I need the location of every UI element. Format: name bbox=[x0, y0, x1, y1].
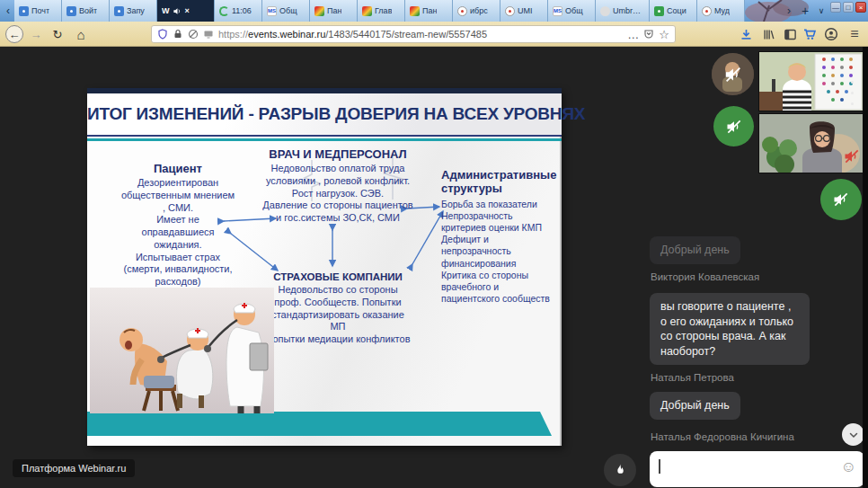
colorful-site-icon bbox=[362, 6, 372, 16]
navigation-toolbar: ← → ↻ ⌂ https://events.webinar.ru/1483/5… bbox=[0, 22, 868, 47]
tab-webinar-login[interactable]: Войт bbox=[62, 0, 110, 22]
patient-heading: Пациент bbox=[120, 162, 236, 175]
chat-author: Виктория Ковалевская bbox=[651, 271, 759, 282]
unmute-button-2[interactable] bbox=[820, 179, 862, 220]
tab-webinar-start[interactable]: Запу bbox=[110, 0, 157, 22]
text-cursor bbox=[659, 459, 660, 474]
camera-icon bbox=[66, 6, 76, 16]
autoplay-blocked-icon[interactable] bbox=[188, 29, 199, 40]
tab-scroll-left-button[interactable]: ‹ bbox=[1, 4, 15, 18]
video-thumbnail-1[interactable] bbox=[758, 51, 864, 111]
title-underline-teal bbox=[87, 138, 562, 141]
home-button[interactable]: ⌂ bbox=[72, 25, 90, 43]
tab-social[interactable]: Соци bbox=[650, 0, 697, 22]
slide-block-insurance: СТРАХОВЫЕ КОМПАНИИ Недовольство со сторо… bbox=[265, 271, 411, 346]
download-icon[interactable] bbox=[737, 25, 755, 43]
sidebar-toggle-icon[interactable] bbox=[781, 25, 799, 43]
reactions-flame-button[interactable] bbox=[604, 454, 636, 486]
tab-ms-doc-1[interactable]: MSОбщ bbox=[262, 0, 310, 22]
slide-block-doctor: ВРАЧ И МЕДПЕРСОНАЛ Недовольство оплатой … bbox=[261, 147, 415, 225]
chat-message-bubble: Добрый день bbox=[650, 392, 740, 420]
tracking-shield-icon[interactable] bbox=[157, 29, 168, 40]
admin-heading: Административные структуры bbox=[441, 169, 556, 196]
reload-button[interactable]: ↻ bbox=[49, 25, 66, 43]
webinar-page: ИТОГ ИЗМЕНЕНИЙ - РАЗРЫВ ДОВЕРИЯ НА ВСЕХ … bbox=[0, 47, 868, 488]
right-edge-strip bbox=[863, 47, 868, 488]
page-actions-icon[interactable]: … bbox=[627, 28, 639, 41]
tab-moodle[interactable]: Муд bbox=[697, 0, 745, 22]
generic-site-icon bbox=[600, 6, 610, 16]
webinar-favicon: W bbox=[162, 6, 170, 15]
unmute-button-1[interactable] bbox=[713, 106, 754, 146]
mail-icon bbox=[19, 6, 29, 16]
video-frame-speaker bbox=[759, 52, 864, 111]
loading-spinner-icon bbox=[219, 6, 229, 16]
tab-mail[interactable]: Почт bbox=[14, 0, 62, 22]
tab-timer[interactable]: 11:06 bbox=[215, 0, 262, 22]
ms-office-icon: MS bbox=[267, 6, 277, 16]
browser-window: ‹ Почт Войт Запу W × 11:06 MSОбщ Пан Гла… bbox=[0, 0, 868, 488]
moodle-icon bbox=[702, 6, 712, 16]
chat-current-user-name: Наталья Федоровна Кичигина bbox=[651, 431, 794, 442]
ms-office-icon: MS bbox=[553, 6, 562, 16]
tab-ms-doc-2[interactable]: MSОбщ bbox=[548, 0, 596, 22]
muted-speaker-icon-red bbox=[843, 147, 861, 165]
tab-audio-icon[interactable] bbox=[173, 6, 182, 16]
tab-ibrs[interactable]: ибрс bbox=[453, 0, 500, 22]
url-text[interactable]: https://events.webinar.ru/1483/5440175/s… bbox=[218, 29, 623, 40]
tab-scroll-right-button[interactable]: › bbox=[782, 4, 796, 18]
lock-icon[interactable] bbox=[173, 29, 183, 40]
slide-title-bar: ИТОГ ИЗМЕНЕНИЙ - РАЗРЫВ ДОВЕРИЯ НА ВСЕХ … bbox=[87, 88, 562, 135]
slide-title: ИТОГ ИЗМЕНЕНИЙ - РАЗРЫВ ДОВЕРИЯ НА ВСЕХ … bbox=[87, 104, 562, 124]
colorful-site-icon bbox=[314, 6, 324, 16]
muted-speaker-icon bbox=[725, 118, 743, 136]
doctor-heading: ВРАЧ И МЕДПЕРСОНАЛ bbox=[261, 147, 415, 161]
chat-message-bubble: вы говорите о пациенте , о его ожиданиях… bbox=[650, 293, 810, 365]
video-menu-dots-icon[interactable] bbox=[851, 81, 854, 113]
tab-panel-2[interactable]: Пан bbox=[405, 0, 453, 22]
library-icon[interactable] bbox=[759, 25, 777, 43]
camera-icon bbox=[114, 6, 124, 16]
flame-icon bbox=[613, 463, 627, 477]
muted-speaker-icon bbox=[723, 65, 743, 84]
window-close-button[interactable]: × bbox=[855, 2, 866, 13]
address-bar[interactable]: https://events.webinar.ru/1483/5440175/s… bbox=[151, 25, 676, 43]
cart-extension-icon[interactable] bbox=[801, 25, 819, 43]
insurance-heading: СТРАХОВЫЕ КОМПАНИИ bbox=[265, 271, 411, 282]
chat-message-bubble: Добрый день bbox=[650, 236, 740, 264]
tab-umi[interactable]: UMI bbox=[500, 0, 548, 22]
tab-umbraco[interactable]: Umbraco bbox=[596, 0, 650, 22]
tab-panel-1[interactable]: Пан bbox=[310, 0, 358, 22]
slide-block-admin: Административные структуры Борьба за пок… bbox=[441, 169, 556, 305]
muted-speaker-icon bbox=[832, 191, 850, 209]
presentation-slide[interactable]: ИТОГ ИЗМЕНЕНИЙ - РАЗРЫВ ДОВЕРИЯ НА ВСЕХ … bbox=[87, 88, 562, 446]
doctors-cartoon-image bbox=[90, 288, 274, 413]
scroll-to-bottom-button[interactable] bbox=[842, 423, 864, 446]
tab-bar: ‹ Почт Войт Запу W × 11:06 MSОбщ Пан Гла… bbox=[0, 0, 868, 22]
window-maximize-button[interactable]: □ bbox=[843, 2, 854, 13]
window-minimize-button[interactable]: — bbox=[830, 2, 841, 13]
chat-author: Наталья Петрова bbox=[651, 372, 734, 383]
emoji-picker-icon[interactable]: ☺ bbox=[841, 459, 856, 475]
screenshare-permission-icon[interactable] bbox=[203, 29, 214, 40]
pocket-icon[interactable] bbox=[643, 29, 654, 40]
green-site-icon bbox=[654, 6, 664, 16]
menu-button[interactable]: ≡ bbox=[846, 25, 864, 43]
slide-block-patient: Пациент Дезориентирован общественным мне… bbox=[120, 162, 236, 288]
tab-webinar-active[interactable]: W × bbox=[157, 0, 215, 22]
colorful-site-icon bbox=[410, 6, 420, 16]
tab-list-dropdown-button[interactable]: ∨ bbox=[814, 4, 828, 18]
chat-input[interactable]: ☺ bbox=[650, 451, 864, 487]
platform-badge: Платформа Webinar.ru bbox=[13, 459, 135, 477]
new-tab-button[interactable]: + bbox=[798, 4, 812, 18]
back-button[interactable]: ← bbox=[5, 25, 23, 43]
tab-close-icon[interactable]: × bbox=[185, 6, 190, 15]
clock-icon bbox=[505, 6, 515, 16]
participant-avatar[interactable] bbox=[712, 53, 754, 95]
bookmark-star-icon[interactable]: ☆ bbox=[659, 28, 669, 41]
tab-main[interactable]: Глав bbox=[358, 0, 405, 22]
account-icon[interactable] bbox=[822, 25, 840, 43]
forward-button[interactable]: → bbox=[27, 25, 45, 43]
chevron-down-icon bbox=[847, 429, 860, 441]
slide-teal-ribbon bbox=[87, 412, 552, 436]
